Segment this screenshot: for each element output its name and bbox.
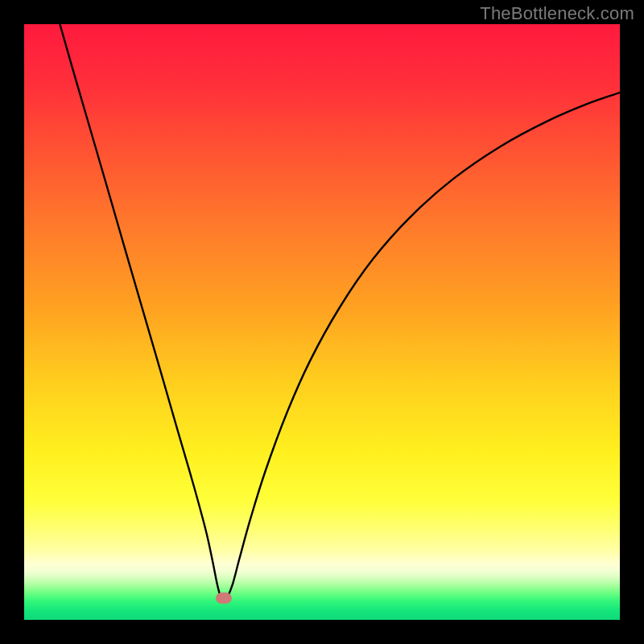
curve-layer bbox=[24, 24, 620, 620]
optimum-marker bbox=[216, 592, 232, 604]
watermark-text: TheBottleneck.com bbox=[480, 3, 634, 24]
plot-area bbox=[24, 24, 620, 620]
bottleneck-curve bbox=[60, 24, 620, 601]
chart-frame: TheBottleneck.com bbox=[0, 0, 644, 644]
